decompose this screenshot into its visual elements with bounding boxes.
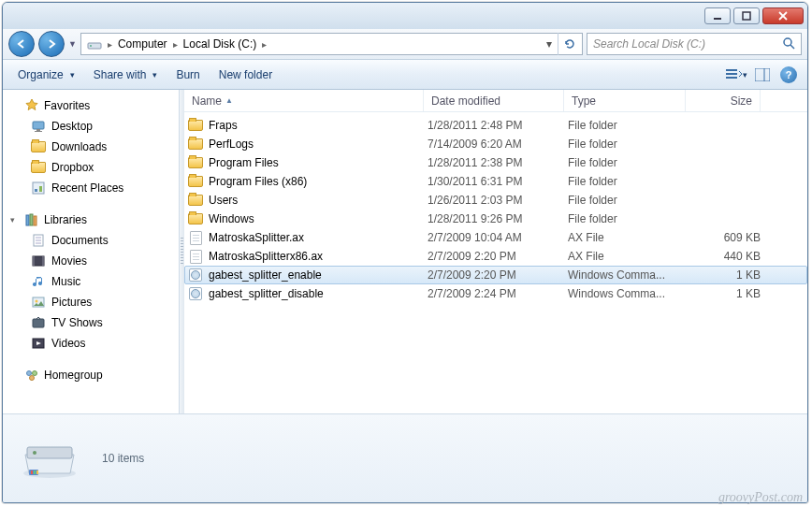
svg-rect-21: [34, 216, 36, 225]
titlebar: [3, 3, 807, 29]
homegroup-icon: [24, 368, 39, 383]
help-button[interactable]: ?: [777, 64, 800, 86]
sidebar-label: Libraries: [44, 213, 87, 226]
sidebar-item[interactable]: Pictures: [5, 292, 177, 312]
column-size[interactable]: Size: [686, 90, 761, 111]
share-with-button[interactable]: Share with: [86, 65, 166, 85]
new-folder-button[interactable]: New folder: [211, 65, 280, 85]
file-type: File folder: [568, 194, 689, 207]
file-row[interactable]: Fraps1/28/2011 2:48 PMFile folder: [184, 116, 807, 135]
item-icon: [31, 274, 46, 289]
svg-rect-10: [726, 77, 737, 79]
sidebar-item[interactable]: Documents: [5, 230, 177, 251]
sidebar-libraries[interactable]: ▾Libraries: [5, 210, 177, 230]
item-icon: [31, 233, 46, 248]
file-row[interactable]: Users1/26/2011 2:03 PMFile folder: [184, 191, 807, 210]
sidebar-label: Homegroup: [44, 369, 103, 382]
column-type[interactable]: Type: [564, 90, 686, 111]
sidebar-item[interactable]: Videos: [5, 333, 177, 354]
minimize-button[interactable]: [704, 7, 731, 24]
item-label: Pictures: [51, 296, 92, 309]
burn-button[interactable]: Burn: [168, 65, 207, 85]
close-button[interactable]: [762, 7, 804, 24]
file-size: 1 KB: [689, 287, 761, 300]
sidebar-item[interactable]: Movies: [5, 251, 177, 271]
view-options-button[interactable]: ▾: [725, 64, 747, 86]
sidebar-item[interactable]: TV Shows: [5, 312, 177, 333]
svg-point-5: [90, 45, 92, 47]
address-bar[interactable]: ▸ Computer ▸ Local Disk (C:) ▸ ▾: [80, 33, 583, 55]
file-name: PerfLogs: [209, 138, 254, 151]
sidebar-item[interactable]: Downloads: [5, 137, 177, 157]
sidebar-item[interactable]: Recent Places: [5, 178, 177, 198]
forward-button[interactable]: [38, 31, 65, 57]
file-row[interactable]: PerfLogs7/14/2009 6:20 AMFile folder: [184, 135, 807, 153]
file-type: AX File: [568, 250, 689, 263]
svg-rect-31: [33, 319, 44, 327]
item-label: Videos: [51, 337, 85, 350]
file-type: File folder: [568, 119, 689, 132]
item-icon: [31, 295, 46, 310]
svg-point-35: [30, 376, 35, 381]
maximize-button[interactable]: [733, 7, 760, 24]
folder-icon: [188, 137, 203, 152]
file-icon: [188, 230, 203, 245]
file-date: 1/28/2011 2:48 PM: [428, 119, 568, 132]
column-date[interactable]: Date modified: [424, 90, 564, 111]
preview-pane-button[interactable]: [751, 64, 774, 86]
item-icon: [31, 160, 46, 175]
file-size: 609 KB: [689, 231, 761, 244]
item-label: Dropbox: [51, 161, 94, 174]
svg-point-34: [33, 371, 37, 376]
file-date: 2/7/2009 2:20 PM: [428, 250, 568, 263]
refresh-button[interactable]: [558, 33, 580, 55]
file-row[interactable]: MatroskaSplitterx86.ax2/7/2009 2:20 PMAX…: [184, 247, 807, 266]
svg-point-6: [784, 38, 791, 46]
sidebar-item[interactable]: Music: [5, 271, 177, 292]
status-bar: 10 items: [3, 413, 807, 502]
file-date: 1/26/2011 2:03 PM: [428, 194, 568, 207]
body: Favorites DesktopDownloadsDropboxRecent …: [3, 90, 807, 413]
history-dropdown-icon[interactable]: ▼: [68, 39, 77, 49]
chevron-right-icon[interactable]: ▸: [171, 39, 180, 50]
file-row[interactable]: Program Files (x86)1/30/2011 6:31 PMFile…: [184, 172, 807, 191]
chevron-right-icon[interactable]: ▸: [260, 39, 268, 50]
sidebar-resizer[interactable]: [179, 90, 184, 413]
svg-rect-40: [31, 471, 33, 474]
file-date: 1/28/2011 9:26 PM: [428, 212, 568, 225]
column-headers: Name▲ Date modified Type Size: [184, 90, 807, 112]
file-row[interactable]: Windows1/28/2011 9:26 PMFile folder: [184, 210, 807, 228]
file-row[interactable]: Program Files1/28/2011 2:38 PMFile folde…: [184, 153, 807, 172]
status-count: 10 items: [102, 452, 144, 465]
search-input[interactable]: Search Local Disk (C:): [587, 33, 802, 55]
breadcrumb-computer[interactable]: Computer: [114, 37, 171, 51]
back-button[interactable]: [8, 31, 35, 57]
breadcrumb-local-disk[interactable]: Local Disk (C:): [180, 37, 261, 51]
svg-rect-17: [35, 189, 37, 192]
file-type: Windows Comma...: [568, 287, 689, 300]
sidebar-favorites[interactable]: Favorites: [5, 95, 177, 116]
chevron-right-icon[interactable]: ▸: [106, 39, 114, 50]
address-dropdown-icon[interactable]: ▾: [541, 37, 558, 51]
svg-rect-41: [34, 471, 36, 474]
file-name: MatroskaSplitterx86.ax: [209, 250, 323, 263]
file-name: Windows: [209, 212, 254, 225]
organize-button[interactable]: Organize: [10, 65, 82, 85]
svg-rect-8: [726, 69, 737, 71]
column-name[interactable]: Name▲: [184, 90, 424, 111]
item-icon: [31, 254, 46, 268]
sidebar-homegroup[interactable]: Homegroup: [5, 365, 177, 385]
file-type: File folder: [568, 175, 689, 188]
search-icon: [782, 36, 795, 52]
svg-point-38: [33, 451, 36, 455]
file-row[interactable]: gabest_splitter_disable2/7/2009 2:24 PMW…: [184, 284, 807, 303]
file-name: MatroskaSplitter.ax: [209, 231, 304, 244]
file-row[interactable]: MatroskaSplitter.ax2/7/2009 10:04 AMAX F…: [184, 228, 807, 247]
watermark: groovyPost.com: [718, 490, 803, 505]
file-type: Windows Comma...: [568, 268, 689, 282]
file-row[interactable]: gabest_splitter_enable2/7/2009 2:20 PMWi…: [184, 266, 807, 284]
sidebar-item[interactable]: Desktop: [5, 116, 177, 137]
file-date: 7/14/2009 6:20 AM: [428, 138, 568, 151]
item-icon: [31, 119, 46, 134]
sidebar-item[interactable]: Dropbox: [5, 157, 177, 178]
